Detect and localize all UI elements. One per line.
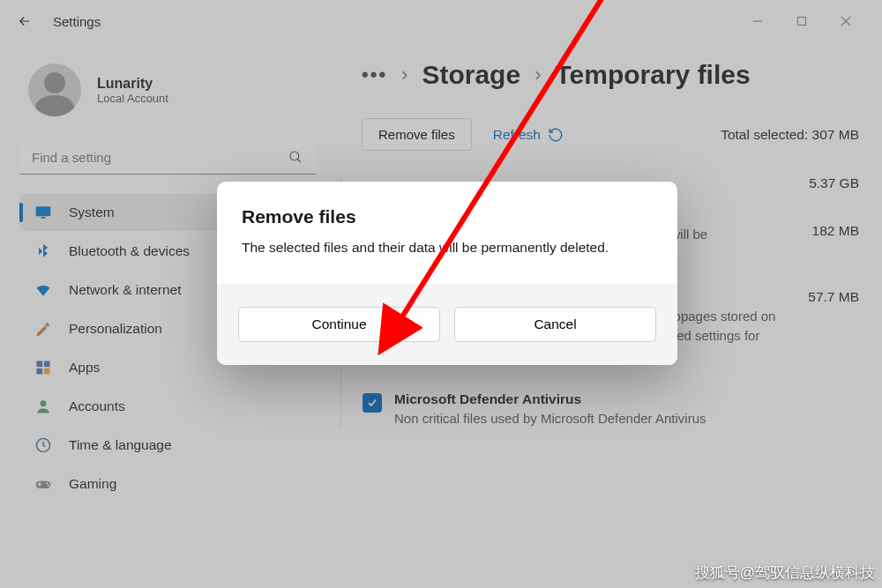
- watermark: 搜狐号@驾驭信息纵横科技: [695, 562, 875, 583]
- dialog-message: The selected files and their data will b…: [242, 240, 653, 256]
- cancel-button[interactable]: Cancel: [454, 307, 656, 342]
- dialog-title: Remove files: [242, 206, 653, 227]
- remove-files-dialog: Remove files The selected files and thei…: [217, 182, 677, 365]
- continue-button[interactable]: Continue: [238, 307, 440, 342]
